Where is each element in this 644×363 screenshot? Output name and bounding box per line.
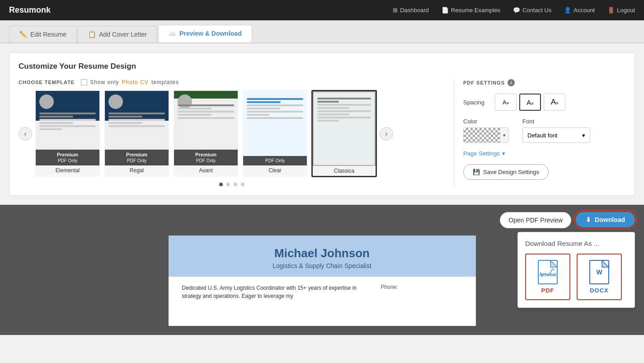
color-label: Color — [463, 118, 509, 125]
spacing-compact[interactable]: A≡ — [495, 94, 517, 111]
tmpl-line — [108, 125, 165, 127]
resume-name: Michael Johnson — [182, 246, 462, 260]
download-pdf-option[interactable]: Acrobat PDF — [525, 254, 570, 300]
choose-label: CHOOSE TEMPLATE Show only Photo CV templ… — [19, 79, 445, 85]
nav-account[interactable]: 👤 Account — [564, 7, 595, 14]
tmpl-line — [317, 113, 349, 115]
logout-icon: 🚪 — [607, 7, 615, 14]
dot-1[interactable] — [219, 183, 223, 186]
color-dropdown-arrow: ▾ — [500, 128, 508, 142]
color-section: Color ▾ — [463, 118, 509, 143]
resume-header-bar: Michael Johnson Logistics & Supply Chain… — [169, 236, 476, 277]
download-icon: ⬇ — [586, 216, 591, 223]
carousel-prev[interactable]: ‹ — [19, 127, 32, 141]
resume-left: Dedicated U.S. Army Logistics Coordinato… — [182, 284, 372, 300]
cloud-icon: ☁️ — [169, 30, 176, 37]
spacing-normal[interactable]: A≡ — [519, 94, 541, 111]
tmpl-line — [317, 107, 349, 109]
spacing-wide-icon: A≡ — [551, 98, 559, 107]
tmpl-line — [247, 108, 281, 109]
tmpl-line — [247, 117, 303, 119]
template-thumb-avant: Premium PDF Only — [174, 91, 238, 165]
tmpl-line — [39, 119, 96, 121]
template-badge-clear: PDF Only — [243, 156, 307, 165]
tmpl-lines — [247, 98, 303, 120]
tmpl-lines — [39, 113, 96, 132]
tmpl-line — [247, 104, 303, 106]
template-regal[interactable]: Premium PDF Only Regal — [104, 90, 169, 177]
tab-preview-download[interactable]: ☁️ Preview & Download — [158, 25, 252, 42]
save-design-button[interactable]: 💾 Save Design Settings — [463, 164, 549, 180]
spacing-normal-icon: A≡ — [526, 99, 533, 106]
template-carousel: ‹ — [19, 90, 445, 177]
tmpl-line — [108, 119, 165, 121]
tmpl-line — [178, 114, 212, 116]
customize-box: Customize Your Resume Design CHOOSE TEMP… — [9, 52, 635, 196]
download-dropdown: Download Resume As ... Acrobat PDF — [517, 232, 635, 308]
template-thumb-clear: PDF Only — [243, 91, 307, 165]
spacing-wide[interactable]: A≡ — [544, 94, 565, 111]
open-pdf-preview-button[interactable]: Open PDF Preview — [500, 212, 571, 228]
dot-4[interactable] — [241, 183, 244, 186]
svg-text:W: W — [596, 269, 602, 276]
carousel-next[interactable]: › — [380, 127, 393, 141]
tmpl-line — [39, 122, 73, 124]
tmpl-lines — [108, 113, 165, 128]
dot-2[interactable] — [226, 183, 230, 186]
pdf-label: PDF — [541, 287, 555, 294]
spacing-compact-icon: A≡ — [503, 99, 509, 106]
photo-cv-checkbox[interactable] — [81, 79, 87, 85]
font-label: Font — [522, 118, 590, 125]
resume-title: Logistics & Supply Chain Specialist — [182, 262, 462, 269]
template-elemental[interactable]: Premium PDF Only Elemental — [35, 90, 100, 177]
resume-right: Phone: — [381, 284, 462, 300]
color-swatch — [464, 128, 500, 142]
tmpl-lines — [317, 98, 371, 123]
template-classica[interactable]: Classica — [311, 90, 377, 177]
docx-label: DOCX — [590, 287, 609, 294]
download-options: Acrobat PDF W DOCX — [525, 254, 627, 300]
template-clear[interactable]: PDF Only Clear — [242, 90, 308, 177]
tmpl-line — [178, 117, 234, 119]
color-picker[interactable]: ▾ — [463, 127, 509, 143]
tmpl-line — [108, 122, 142, 124]
tmpl-line — [247, 114, 269, 116]
tmpl-line — [108, 113, 165, 114]
tmpl-line — [39, 128, 62, 130]
page-settings-link[interactable]: Page Settings ▾ — [463, 150, 625, 157]
template-chooser: CHOOSE TEMPLATE Show only Photo CV templ… — [19, 79, 445, 186]
dot-3[interactable] — [234, 183, 237, 186]
person-icon: 👤 — [564, 7, 571, 14]
resume-contact-phone: Phone: — [381, 284, 462, 290]
template-label-clear: Clear — [243, 165, 307, 175]
tmpl-line — [39, 116, 73, 118]
template-avant[interactable]: Premium PDF Only Avant — [173, 90, 239, 177]
nav-dashboard[interactable]: ⊞ Dashboard — [393, 7, 429, 14]
nav-contact-us[interactable]: 💬 Contact Us — [513, 7, 551, 14]
photo-placeholder — [108, 94, 123, 109]
font-select[interactable]: Default font ▾ — [522, 127, 590, 143]
template-label-elemental: Elemental — [36, 165, 99, 175]
nav-logout[interactable]: 🚪 Logout — [607, 7, 635, 14]
tmpl-line — [247, 101, 281, 103]
nav-resume-examples[interactable]: 📄 Resume Examples — [442, 7, 500, 14]
spacing-options: A≡ A≡ A≡ — [495, 94, 565, 111]
tmpl-line — [108, 116, 142, 118]
top-nav: Resumonk ⊞ Dashboard 📄 Resume Examples 💬… — [0, 0, 644, 20]
photo-cv-filter[interactable]: Show only Photo CV templates — [81, 79, 179, 85]
tmpl-line — [39, 125, 96, 127]
save-icon: 💾 — [473, 169, 480, 175]
tab-add-cover-letter[interactable]: 📋 Add Cover Letter — [78, 26, 157, 42]
download-button[interactable]: ⬇ Download — [576, 212, 635, 227]
template-badge-regal: Premium PDF Only — [105, 150, 169, 165]
template-label-regal: Regal — [105, 165, 169, 175]
carousel-dots — [19, 183, 445, 186]
download-docx-option[interactable]: W DOCX — [577, 254, 622, 300]
customize-title: Customize Your Resume Design — [19, 62, 625, 71]
resume-summary: Dedicated U.S. Army Logistics Coordinato… — [182, 284, 372, 300]
tmpl-line — [39, 113, 96, 114]
tmpl-line — [317, 101, 339, 103]
tmpl-line — [317, 110, 371, 112]
color-font-row: Color ▾ Font Default font ▾ — [463, 118, 625, 143]
tab-edit-resume[interactable]: ✏️ Edit Resume — [9, 26, 77, 42]
